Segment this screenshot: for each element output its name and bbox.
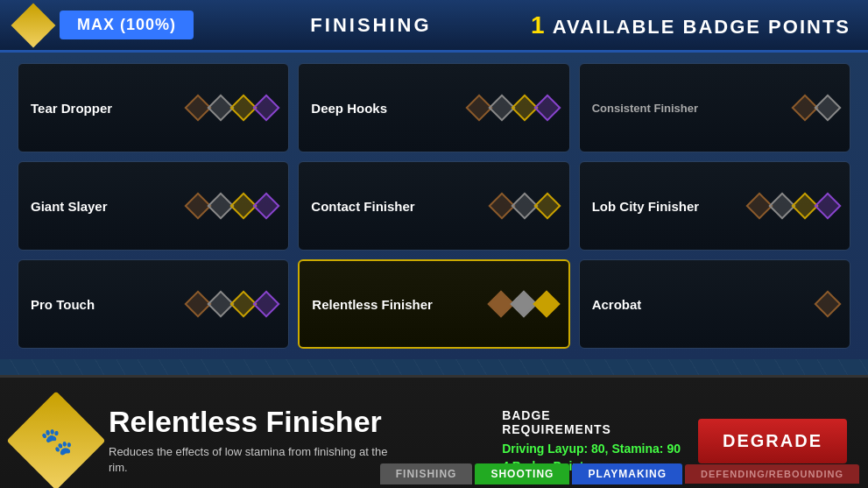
- badge-icons-tear-dropper: [188, 98, 276, 117]
- req-title: BADGEREQUIREMENTS: [502, 408, 681, 436]
- badge-name-giant-slayer: Giant Slayer: [31, 199, 183, 214]
- badge-name-deep-hooks: Deep Hooks: [311, 101, 463, 116]
- badge-tier-2: [814, 94, 841, 121]
- tab-playmaking[interactable]: PLAYMAKING: [572, 463, 682, 484]
- badge-tier-1: [814, 290, 841, 317]
- badge-tier-4: [253, 192, 280, 219]
- badge-card-tear-dropper[interactable]: Tear Dropper: [18, 63, 289, 152]
- badge-points-text: AVAILABLE BADGE POINTS: [553, 16, 850, 38]
- badge-name-consistent-finisher: Consistent Finisher: [592, 102, 790, 115]
- req-stats: Driving Layup: 80, Stamina: 90: [502, 442, 681, 456]
- badge-icons-consistent-finisher: [795, 98, 837, 117]
- badge-name-acrobat: Acrobat: [592, 297, 813, 312]
- badges-area: Tear Dropper Deep Hooks Consistent Finis…: [0, 53, 868, 359]
- badge-card-giant-slayer[interactable]: Giant Slayer: [18, 161, 289, 251]
- badge-icons-lob-city-finisher: [750, 196, 837, 216]
- badge-icons-acrobat: [818, 294, 837, 314]
- badge-card-pro-touch[interactable]: Pro Touch: [18, 259, 289, 349]
- tab-finishing[interactable]: FINISHING: [380, 463, 473, 484]
- header-diamond-icon: [11, 3, 56, 47]
- badge-icons-contact-finisher: [492, 196, 557, 216]
- category-label: FINISHING: [211, 14, 531, 37]
- badge-tier-4: [253, 94, 280, 121]
- badge-name-lob-city-finisher: Lob City Finisher: [592, 199, 745, 214]
- badge-name-relentless-finisher: Relentless Finisher: [312, 297, 485, 312]
- badge-icons-giant-slayer: [188, 196, 276, 216]
- badge-card-consistent-finisher[interactable]: Consistent Finisher: [579, 63, 850, 152]
- tab-defending[interactable]: DEFENDING/REBOUNDING: [685, 464, 859, 484]
- badge-name-tear-dropper: Tear Dropper: [31, 101, 183, 116]
- badge-card-contact-finisher[interactable]: Contact Finisher: [298, 161, 569, 251]
- badge-tier-4: [253, 290, 280, 317]
- badge-points-label: 1 AVAILABLE BADGE POINTS: [531, 11, 850, 39]
- badge-card-deep-hooks[interactable]: Deep Hooks: [298, 63, 569, 152]
- badge-tier-3: [533, 192, 561, 219]
- badge-icons-pro-touch: [188, 294, 276, 314]
- badge-points-number: 1: [531, 11, 547, 39]
- badge-name-contact-finisher: Contact Finisher: [311, 199, 486, 214]
- badge-icons-relentless-finisher: [491, 294, 556, 314]
- header-bar: MAX (100%) FINISHING 1 AVAILABLE BADGE P…: [0, 0, 868, 53]
- badge-tier-4: [814, 192, 841, 219]
- badge-card-relentless-finisher[interactable]: Relentless Finisher: [298, 259, 569, 349]
- badge-name-pro-touch: Pro Touch: [31, 297, 183, 312]
- badge-card-lob-city-finisher[interactable]: Lob City Finisher: [579, 161, 850, 251]
- badge-icons-deep-hooks: [469, 98, 557, 117]
- badge-tier-4: [533, 94, 561, 121]
- badge-tier-3-filled: [533, 290, 560, 317]
- bottom-tabs: FINISHING SHOOTING PLAYMAKING DEFENDING/…: [0, 460, 868, 488]
- degrade-button[interactable]: DEGRADE: [698, 419, 847, 463]
- tab-shooting[interactable]: SHOOTING: [475, 463, 569, 484]
- max-label: MAX (100%): [60, 11, 194, 39]
- paw-icon: 🐾: [40, 426, 73, 456]
- badges-grid: Tear Dropper Deep Hooks Consistent Finis…: [18, 63, 850, 349]
- badge-card-acrobat[interactable]: Acrobat: [579, 259, 850, 349]
- detail-badge-title: Relentless Finisher: [109, 406, 484, 438]
